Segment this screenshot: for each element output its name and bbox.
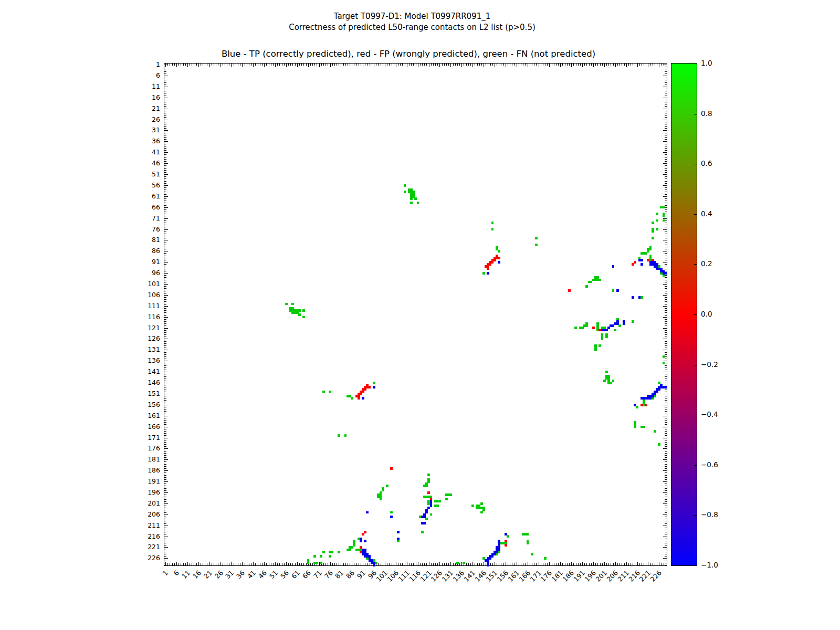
fn-cell: [507, 535, 509, 538]
y-tick: [164, 356, 166, 357]
x-tick: [545, 563, 545, 565]
y-tick: [665, 468, 667, 469]
y-tick: [665, 348, 667, 348]
y-tick: [665, 424, 667, 425]
y-tick: [665, 457, 667, 458]
x-tick: [363, 64, 363, 67]
y-tick: [164, 486, 166, 486]
x-tick: [595, 64, 596, 66]
x-tick: [519, 563, 519, 565]
fn-cell: [498, 250, 500, 253]
y-tick: [164, 495, 166, 495]
y-tick: [164, 512, 166, 513]
y-tick: [665, 385, 667, 385]
fn-cell: [329, 391, 331, 393]
fn-cell: [351, 397, 353, 400]
tp-cell: [654, 393, 656, 395]
x-tick: [633, 64, 633, 66]
x-tick: [539, 562, 539, 565]
y-tick: [164, 558, 168, 559]
y-tick: [665, 133, 667, 133]
fn-cell: [438, 500, 441, 503]
y-tick: [164, 470, 168, 471]
x-tick: [437, 563, 438, 565]
y-tick: [164, 152, 168, 153]
y-tick: [665, 183, 667, 184]
x-tick: [549, 562, 550, 565]
x-tick: [181, 563, 181, 565]
x-tick: [190, 64, 190, 66]
y-tick: [164, 232, 166, 232]
y-tick: [164, 459, 168, 460]
fp-cell: [427, 491, 430, 494]
y-tick: [164, 484, 166, 484]
y-tick: [665, 304, 667, 304]
y-tick: [665, 159, 667, 160]
fn-cell: [307, 562, 310, 564]
y-tick: [665, 170, 667, 171]
x-tick: [343, 563, 344, 565]
y-tick: [663, 481, 667, 482]
x-tick: [470, 563, 471, 565]
x-tick: [198, 562, 199, 565]
x-tick: [662, 563, 662, 565]
y-tick-label: 6: [134, 72, 160, 79]
y-tick: [665, 552, 667, 552]
colorbar-tick: [694, 264, 697, 265]
y-tick: [164, 174, 168, 175]
y-tick: [665, 124, 667, 124]
y-tick: [665, 550, 667, 550]
x-tick: [444, 563, 445, 565]
x-tick: [648, 64, 648, 67]
y-tick: [164, 262, 168, 262]
x-tick: [236, 64, 236, 66]
fn-cell: [527, 533, 529, 536]
y-tick: [665, 370, 667, 370]
x-tick: [288, 563, 289, 565]
x-tick: [326, 64, 326, 66]
colorbar-tick-label: 0.6: [701, 160, 712, 167]
x-tick: [301, 64, 302, 66]
x-tick: [345, 64, 346, 66]
y-tick-label: 71: [134, 215, 160, 222]
y-tick: [164, 312, 166, 313]
y-tick: [164, 135, 166, 135]
y-tick: [665, 194, 667, 195]
x-tick: [251, 64, 251, 66]
fn-cell: [643, 426, 645, 428]
x-tick: [234, 64, 234, 66]
x-tick: [266, 64, 267, 66]
x-tick: [201, 64, 201, 66]
fn-cell: [585, 324, 588, 327]
tp-cell: [397, 531, 400, 533]
y-tick: [164, 185, 168, 186]
x-tick: [631, 563, 631, 565]
y-tick: [665, 356, 667, 357]
y-tick: [164, 534, 166, 534]
y-tick: [665, 323, 667, 324]
x-tick: [418, 64, 418, 67]
x-tick: [260, 563, 260, 565]
y-tick: [665, 201, 667, 201]
suptitle-line1: Target T0997-D1: Model T0997RR091_1: [0, 12, 824, 21]
y-tick: [164, 106, 166, 107]
x-tick: [459, 563, 460, 565]
x-tick: [517, 562, 517, 565]
y-tick: [164, 497, 166, 497]
x-tick: [225, 563, 225, 565]
y-tick: [665, 414, 667, 414]
x-tick: [212, 64, 212, 66]
tp-cell: [652, 395, 654, 397]
y-tick: [164, 411, 166, 412]
x-tick: [549, 64, 550, 67]
x-tick: [288, 64, 289, 66]
fn-cell: [535, 244, 538, 246]
x-tick: [286, 562, 287, 565]
x-tick: [205, 64, 205, 66]
y-tick: [665, 113, 667, 113]
x-tick: [547, 64, 548, 66]
y-tick: [663, 558, 667, 559]
x-tick: [416, 64, 416, 66]
fn-cell: [652, 237, 654, 239]
tp-cell: [607, 327, 610, 329]
